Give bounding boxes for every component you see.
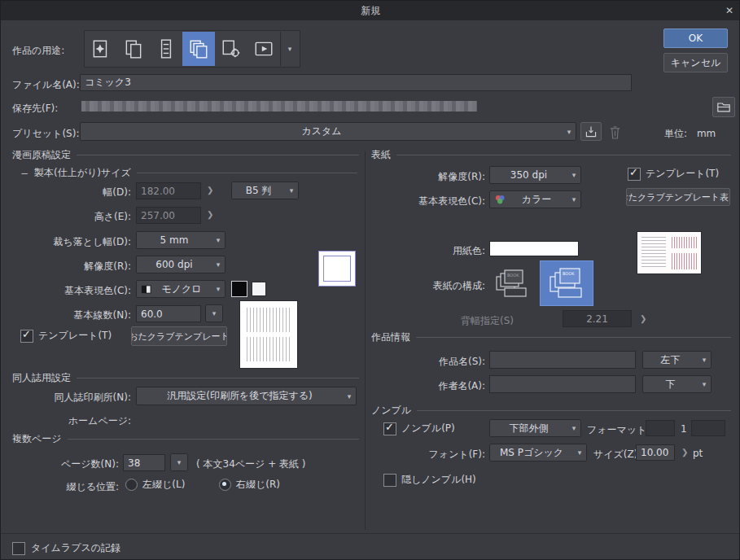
binding-right-radio[interactable] (219, 479, 231, 491)
purpose-animation-button[interactable] (247, 32, 280, 66)
bleed-dropdown[interactable]: 5 mm ▾ (136, 231, 226, 249)
black-swatch[interactable] (232, 282, 247, 296)
author-position-dropdown[interactable]: 下 ▾ (642, 375, 712, 393)
preset-dropdown[interactable]: カスタム ▾ (80, 122, 576, 141)
chevron-right-icon: ❯ (207, 210, 213, 219)
browse-folder-button[interactable] (712, 97, 735, 117)
nombre-format-suffix-input[interactable] (691, 420, 725, 436)
printer-label: 同人誌印刷所(N): (25, 391, 131, 405)
close-button[interactable]: ✕ (721, 3, 738, 18)
cover-color-value: カラー (506, 193, 567, 207)
page-count-dropdown[interactable]: ▾ (170, 453, 188, 471)
purpose-illustration-button[interactable] (85, 32, 117, 66)
nombre-format-value: 1 (681, 423, 687, 435)
basic-color-dropdown[interactable]: モノクロ ▾ (136, 280, 226, 298)
title-bar: 新規 (1, 1, 740, 20)
size-preset-dropdown[interactable]: B5 判 ▾ (231, 182, 299, 199)
work-title-position-dropdown[interactable]: 左下 ▾ (642, 351, 712, 369)
save-preset-button[interactable] (580, 122, 602, 141)
spine-width-label: 背幅指定(S) (461, 314, 514, 328)
binding-left-label: 左綴じ(L) (142, 478, 185, 492)
nombre-font-value: MS Pゴシック (490, 446, 573, 460)
nombre-font-dropdown[interactable]: MS Pゴシック ▾ (489, 444, 587, 462)
purpose-webtoon-button[interactable] (150, 32, 182, 66)
save-path-redacted (81, 101, 477, 112)
illustration-icon (90, 38, 112, 59)
resolution-dropdown[interactable]: 600 dpi ▾ (136, 256, 226, 273)
template-checkbox[interactable] (20, 330, 33, 343)
chevron-down-icon: ▾ (212, 260, 225, 269)
binding-left-radio[interactable] (125, 479, 138, 491)
page-preview (318, 251, 356, 287)
author-input[interactable] (489, 375, 636, 393)
cover-color-dropdown[interactable]: カラー ▾ (489, 190, 581, 208)
purpose-comic-button[interactable] (117, 32, 150, 66)
nombre-checkbox[interactable] (383, 422, 396, 435)
resolution-label: 解像度(R): (33, 260, 131, 273)
bottom-divider (1, 533, 740, 534)
unit-value: mm (697, 128, 716, 139)
width-input[interactable] (136, 182, 201, 199)
nombre-position-dropdown[interactable]: 下部外側 ▾ (489, 419, 581, 437)
line-frequency-input[interactable] (136, 305, 201, 322)
author-position-value: 下 (643, 378, 698, 392)
purpose-more-dropdown[interactable]: ▾ (280, 32, 299, 66)
nombre-size-input[interactable] (636, 444, 675, 461)
template-select-button[interactable]: おたクラブテンプレート (131, 326, 227, 346)
page-count-input[interactable] (123, 454, 165, 471)
template-label: テンプレート(T) (38, 329, 112, 343)
binding-right-option[interactable]: 右綴じ(R) (219, 478, 280, 492)
purpose-all-comic-button[interactable] (182, 32, 215, 66)
printer-dropdown[interactable]: 汎用設定(印刷所を後で指定する) ▾ (136, 387, 357, 405)
template-preview (239, 300, 298, 369)
author-label: 作者名(A): (404, 379, 485, 393)
ok-button[interactable]: OK (663, 28, 728, 48)
cover-template-select-button[interactable]: おたクラブテンプレート表... (626, 188, 730, 206)
homepage-label: ホームページ: (33, 414, 131, 428)
cancel-button[interactable]: キャンセル (663, 53, 728, 72)
paper-color-swatch[interactable] (489, 241, 579, 256)
multi-page-comic-icon (188, 38, 209, 59)
timelapse-checkbox[interactable] (12, 542, 25, 555)
nombre-enable-label: ノンブル(P) (401, 422, 455, 435)
binding-left-option[interactable]: 左綴じ(L) (125, 478, 185, 492)
white-swatch[interactable] (252, 282, 266, 296)
file-name-input[interactable] (80, 74, 632, 91)
preset-label: プリセット(S): (12, 127, 79, 141)
work-title-label: 作品名(S): (404, 355, 485, 369)
cover-template-label: テンプレート(T) (646, 167, 719, 181)
page-count-note: ( 本文34ページ + 表紙 ) (196, 457, 306, 471)
save-path-label: 保存先(F): (12, 102, 58, 116)
pages-group-header: 複数ページ (12, 432, 359, 446)
folder-open-icon (716, 101, 731, 113)
cover-structure-combined-option[interactable]: BOOK (540, 260, 593, 306)
hidden-nombre-row: 隠しノンブル(H) (383, 473, 476, 487)
svg-text:BOOK: BOOK (507, 273, 519, 278)
close-icon: ✕ (725, 5, 733, 16)
cover-structure-separate-option[interactable]: BOOK (489, 263, 534, 304)
bleed-label: 裁ち落とし幅(D): (33, 235, 131, 249)
hidden-nombre-checkbox[interactable] (383, 474, 396, 487)
chevron-down-icon: ▾ (285, 186, 298, 195)
collapse-toggle[interactable]: − (20, 168, 28, 179)
size-group-header: − 製本(仕上がり)サイズ (20, 166, 357, 180)
purpose-comic-settings-button[interactable] (215, 32, 247, 66)
delete-preset-button[interactable] (606, 124, 623, 140)
line-frequency-dropdown[interactable]: ▾ (205, 304, 223, 322)
height-input[interactable] (136, 207, 201, 224)
work-title-input[interactable] (489, 351, 636, 369)
nombre-size-label: サイズ(Z): (593, 448, 641, 462)
chevron-down-icon: ▾ (212, 236, 225, 244)
cover-color-label: 基本表現色(C): (388, 195, 485, 208)
new-file-dialog: 新規 ✕ 作品の用途: ▾ OK キャンセル ファイル名(A): 保 (0, 0, 740, 560)
nombre-format-prefix-input[interactable] (646, 420, 675, 436)
comic-pages-icon (123, 38, 144, 59)
cover-template-checkbox[interactable] (628, 168, 641, 181)
timelapse-label: タイムラプスの記録 (31, 541, 120, 555)
color-wheel-icon (494, 194, 506, 205)
hidden-nombre-label: 隠しノンブル(H) (401, 473, 476, 487)
cover-resolution-dropdown[interactable]: 350 dpi ▾ (489, 166, 581, 184)
unit-label: 単位: mm (664, 127, 716, 141)
basic-color-label: 基本表現色(C): (33, 284, 131, 298)
monochrome-icon (141, 284, 151, 295)
